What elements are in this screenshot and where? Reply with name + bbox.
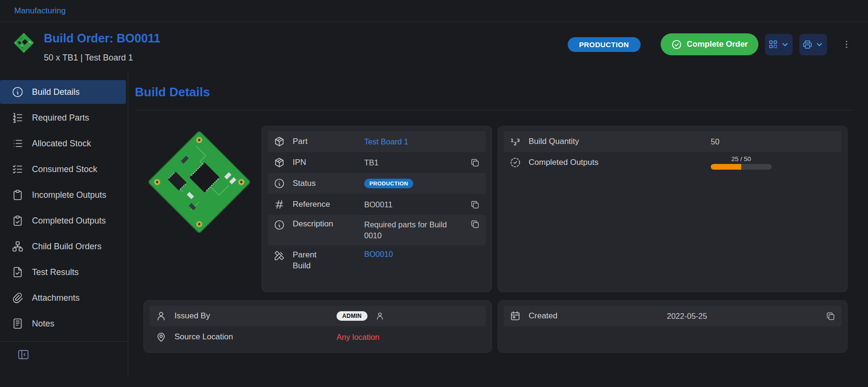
sidebar-item-completed-outputs[interactable]: Completed Outputs <box>0 209 126 233</box>
copy-created-button[interactable] <box>826 311 836 321</box>
clipboard-check-icon <box>11 214 24 227</box>
reference-label: Reference <box>293 200 364 209</box>
sidebar-item-test-results[interactable]: Test Results <box>0 260 126 284</box>
content-column-right: Build Quantity 50 Completed Outputs 25 /… <box>498 126 848 353</box>
sidebar-item-label: Attachments <box>32 293 80 303</box>
sidebar-item-label: Notes <box>32 319 54 329</box>
user-icon <box>155 310 167 322</box>
progress-track <box>711 164 772 170</box>
sidebar-item-notes[interactable]: Notes <box>0 312 126 336</box>
progress-check-icon <box>510 157 521 168</box>
copy-ipn-button[interactable] <box>470 158 480 168</box>
list-check-icon <box>11 163 24 175</box>
info-circle-icon <box>274 219 285 231</box>
ipn-label: IPN <box>293 158 364 167</box>
issued-by-row: Issued By ADMIN <box>150 306 486 326</box>
source-location-value: Any location <box>337 333 379 342</box>
breadcrumb: Manufacturing <box>0 0 868 22</box>
issue-panel: Issued By ADMIN Source Location Any loca… <box>143 300 492 353</box>
sidebar-item-label: Consumed Stock <box>32 164 97 174</box>
details-row: Part Test Board 1 IPN TB1 <box>143 126 492 292</box>
copy-icon <box>470 158 480 168</box>
detail-row-status: Status PRODUCTION <box>268 173 486 194</box>
sidebar-item-child-build-orders[interactable]: Child Build Orders <box>0 234 126 258</box>
printer-icon <box>802 39 813 50</box>
complete-order-label: Complete Order <box>687 40 748 49</box>
qrcode-icon <box>768 39 778 50</box>
issued-by-value: ADMIN <box>337 311 385 321</box>
progress-text: 25 / 50 <box>731 155 751 163</box>
sidebar-item-label: Completed Outputs <box>32 216 106 226</box>
package-icon <box>274 136 285 147</box>
build-quantity-row: Build Quantity 50 <box>504 131 841 152</box>
build-quantity-value: 50 <box>711 137 719 146</box>
sidebar-item-label: Incomplete Outputs <box>32 190 106 200</box>
content-grid: Part Test Board 1 IPN TB1 <box>143 126 854 353</box>
parent-build-link[interactable]: BO0010 <box>364 250 393 259</box>
build-thumbnail[interactable] <box>12 31 35 54</box>
main-content: Build Details Part Test Board 1 <box>128 71 868 377</box>
pcb-image <box>143 126 255 238</box>
completed-progress-fill <box>711 164 741 170</box>
clipboard-icon <box>11 189 24 201</box>
sidebar-item-required-parts[interactable]: Required Parts <box>0 106 126 130</box>
ipn-value: TB1 <box>364 158 378 167</box>
app-root: Manufacturing Build Order: BO0011 50 x T… <box>0 0 868 387</box>
detail-row-parent-build: Parent Build BO0010 <box>268 245 486 276</box>
sidebar-item-label: Build Details <box>32 87 80 97</box>
header-titles: Build Order: BO0011 50 x TB1 | Test Boar… <box>44 31 161 63</box>
barcode-actions-button[interactable] <box>765 34 793 55</box>
paperclip-icon <box>11 292 24 304</box>
sidebar-footer <box>0 341 128 361</box>
map-pin-icon <box>155 331 167 343</box>
part-image[interactable] <box>143 126 255 292</box>
chevron-down-icon <box>780 39 790 50</box>
description-value: Required parts for Build 0010 <box>364 219 451 241</box>
source-location-row: Source Location Any location <box>150 326 486 347</box>
quantity-panel: Build Quantity 50 Completed Outputs 25 /… <box>498 126 848 292</box>
more-actions-button[interactable] <box>838 39 855 50</box>
breadcrumb-manufacturing[interactable]: Manufacturing <box>14 6 66 16</box>
status-value-badge: PRODUCTION <box>364 179 413 188</box>
page-title: Build Order: BO0011 <box>44 31 161 45</box>
copy-description-button[interactable] <box>470 219 480 229</box>
list-icon <box>11 137 24 150</box>
sidebar-item-label: Test Results <box>32 267 79 277</box>
copy-reference-button[interactable] <box>470 200 480 210</box>
sidebar-item-consumed-stock[interactable]: Consumed Stock <box>0 157 126 181</box>
build-quantity-label: Build Quantity <box>529 137 711 146</box>
heading-divider <box>135 110 854 111</box>
sidebar-item-incomplete-outputs[interactable]: Incomplete Outputs <box>0 183 126 207</box>
sidebar-item-allocated-stock[interactable]: Allocated Stock <box>0 132 126 155</box>
sidebar-collapse-icon <box>17 348 30 361</box>
sidebar-item-attachments[interactable]: Attachments <box>0 286 126 310</box>
detail-row-description: Description Required parts for Build 001… <box>268 215 486 245</box>
status-label: Status <box>293 179 364 188</box>
info-circle-icon <box>274 178 285 189</box>
info-circle-icon <box>11 86 24 98</box>
sidebar-collapse-button[interactable] <box>14 348 32 361</box>
source-location-label: Source Location <box>174 332 337 342</box>
circle-check-icon <box>671 39 682 50</box>
reference-value: BO0011 <box>364 200 392 209</box>
completed-outputs-row: Completed Outputs 25 / 50 <box>504 152 841 173</box>
sidebar-item-build-details[interactable]: Build Details <box>0 80 126 104</box>
sidebar-nav: Build Details Required Parts Allocated S… <box>0 71 128 377</box>
detail-row-ipn: IPN TB1 <box>268 152 486 173</box>
hash-icon <box>274 199 285 210</box>
numbers-123-icon <box>510 136 521 147</box>
dots-vertical-icon <box>841 39 852 50</box>
pcb-thumbnail-image <box>13 32 35 54</box>
part-link[interactable]: Test Board 1 <box>364 137 408 146</box>
created-row: Created 2022-05-25 <box>504 306 841 326</box>
chevron-down-icon <box>814 39 825 50</box>
detail-row-part: Part Test Board 1 <box>268 131 486 152</box>
admin-badge: ADMIN <box>337 311 368 321</box>
header-actions: PRODUCTION Complete Order <box>568 31 855 55</box>
print-actions-button[interactable] <box>799 34 827 55</box>
complete-order-button[interactable]: Complete Order <box>661 33 758 55</box>
sitemap-icon <box>11 240 24 253</box>
report-icon <box>11 266 24 278</box>
parent-build-label: Parent Build <box>293 250 364 272</box>
notes-icon <box>11 317 24 330</box>
